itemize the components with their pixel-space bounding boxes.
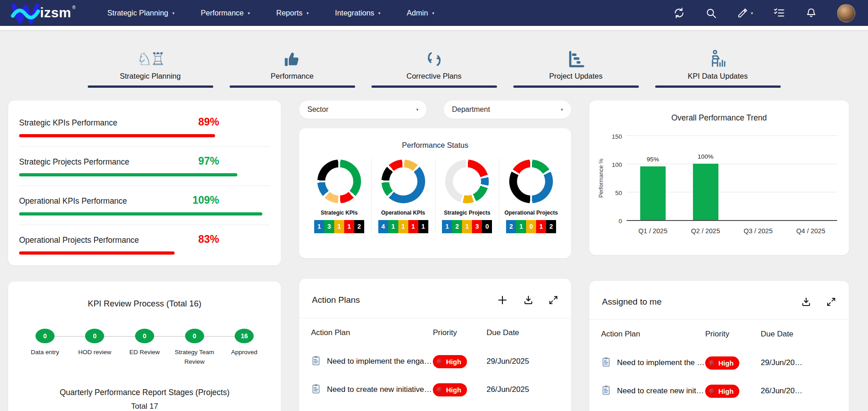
metric-row-strategic-projects-performance: Strategic Projects Performance97% (19, 147, 270, 186)
due-date-cell: 29/Jun/20… (761, 358, 837, 367)
tasks-button[interactable] (773, 7, 785, 19)
metric-progress-bar (19, 134, 215, 137)
tab-active-underline (371, 85, 497, 88)
tab-label: Performance (271, 72, 313, 80)
priority-badge: High (433, 355, 467, 368)
app-logo[interactable]: izsm ® (9, 2, 75, 24)
download-button[interactable] (523, 295, 534, 306)
action-plan-text: Need to implement the engage… (617, 358, 705, 367)
action-plan-cell: Need to implement the engage… (601, 357, 705, 369)
due-date-cell: 26/Jun/2025 (487, 385, 559, 394)
review-stage-ed-review: 0ED Review (120, 329, 170, 367)
status-group-strategic-kpis: Strategic KPIs13112 (307, 159, 371, 233)
donut-label: Operational Projects (504, 210, 557, 216)
stage-label: Data entry (31, 348, 59, 357)
download-icon (523, 295, 534, 306)
stage-label: Strategy Team Review (171, 348, 218, 367)
caret-down-icon: ▾ (378, 11, 381, 15)
caret-down-icon: ▾ (561, 107, 563, 112)
quarterly-report-stages-title: Quarterly Performance Report Stages (Pro… (20, 388, 269, 397)
column-header-due-date: Due Date (487, 328, 559, 337)
tab-project-updates[interactable]: Project Updates (513, 46, 639, 88)
sector-select[interactable]: Sector ▾ (299, 100, 426, 119)
count-badge-red: 3 (472, 220, 482, 233)
table-row[interactable]: Need to create new initiative to h…High2… (311, 376, 559, 404)
action-plans-title: Action Plans (312, 295, 360, 305)
tab-strategic-planning[interactable]: ♘♖Strategic Planning (88, 46, 213, 88)
priority-cell: High (705, 385, 761, 398)
status-count-badges: 13112 (314, 220, 364, 233)
count-badge-black: 2 (546, 220, 556, 233)
priority-dot-icon (709, 388, 715, 394)
navbar-shadow-strip (0, 26, 868, 30)
count-badge-blue: 2 (506, 220, 516, 233)
edit-button[interactable]: ▾ (737, 7, 753, 19)
status-group-operational-projects: Operational Projects21012 (499, 159, 563, 233)
bar-value-label: 95% (647, 156, 659, 163)
metric-progress-bar (19, 173, 237, 176)
sector-select-label: Sector (307, 105, 328, 114)
count-badge-yellow: 1 (334, 220, 344, 233)
search-button[interactable] (705, 7, 717, 19)
tab-kpi-data-updates[interactable]: KPI Data Updates (655, 46, 781, 88)
priority-badge: High (433, 383, 467, 396)
donut-label: Operational KPIs (381, 210, 425, 216)
count-badge-green: 1 (388, 220, 398, 233)
count-badge-red: 1 (536, 220, 546, 233)
notifications-button[interactable] (805, 7, 817, 19)
priority-dot-icon (437, 387, 442, 393)
plus-button[interactable] (497, 294, 508, 306)
metric-progress-bar (19, 251, 175, 255)
metric-row-operational-projects-performance: Operational Projects Performance83% (19, 225, 270, 264)
table-row[interactable]: Need to implement the engagem…High29/Jun… (311, 347, 559, 376)
user-avatar[interactable] (837, 4, 855, 22)
action-plans-card: Action Plans Action PlanPriorityDue Date… (299, 279, 571, 411)
caret-down-icon: ▾ (432, 11, 434, 15)
trend-chart-title: Overall Performance Trend (601, 113, 837, 123)
checklist-icon (773, 7, 785, 19)
clipboard-icon (601, 385, 611, 397)
count-badge-green: 3 (324, 220, 334, 233)
action-plans-toolbar (497, 294, 558, 306)
assigned-to-me-table: Action PlanPriorityDue DateNeed to imple… (589, 320, 849, 405)
nav-menu-strategic-planning[interactable]: Strategic Planning▾ (107, 9, 174, 17)
download-button[interactable] (801, 296, 812, 307)
nav-menu-admin[interactable]: Admin▾ (407, 9, 434, 17)
department-select[interactable]: Department ▾ (444, 100, 571, 119)
donut-chart-operational-kpis (381, 160, 425, 203)
expand-icon (826, 297, 836, 307)
tab-performance[interactable]: Performance (230, 46, 355, 88)
trend-chart: Performance % 050100150 95%100% (601, 136, 837, 221)
table-row[interactable]: Need to implement the engage…High29/Jun/… (601, 349, 837, 377)
status-count-badges: 12130 (442, 220, 492, 233)
review-stage-hod-review: 0HOD review (70, 329, 120, 367)
priority-badge: High (705, 356, 739, 370)
priority-label: High (446, 358, 461, 366)
expand-button[interactable] (548, 295, 558, 305)
gridline (627, 135, 837, 136)
count-badge-yellow: 0 (526, 220, 536, 233)
nav-menu-reports[interactable]: Reports▾ (276, 9, 309, 17)
priority-cell: High (433, 355, 487, 368)
metric-progress-bar (19, 212, 262, 216)
x-tick-label: Q4 / 2025 (784, 227, 837, 235)
expand-button[interactable] (826, 297, 836, 307)
clipboard-icon (311, 356, 321, 368)
tab-corrective-plans[interactable]: Corrective Plans (371, 46, 497, 88)
donut-chart-strategic-kpis (317, 160, 361, 203)
column-header-priority: Priority (705, 330, 761, 339)
clipboard-icon (311, 384, 321, 396)
kpi-review-title: KPI Review Process (Total 16) (20, 299, 269, 309)
donut-chart-operational-projects (509, 160, 553, 203)
priority-label: High (446, 386, 461, 394)
y-tick-label: 0 (618, 218, 622, 225)
column-header-action-plan: Action Plan (311, 328, 433, 337)
bell-icon (805, 7, 817, 19)
tab-active-underline (513, 85, 639, 88)
count-badge-black: 1 (418, 220, 428, 233)
pencil-icon (737, 7, 748, 19)
nav-menu-performance[interactable]: Performance▾ (201, 9, 250, 17)
table-row[interactable]: Need to create new initiative to …High26… (601, 377, 837, 405)
sync-button[interactable] (673, 7, 685, 19)
nav-menu-integrations[interactable]: Integrations▾ (335, 9, 381, 17)
